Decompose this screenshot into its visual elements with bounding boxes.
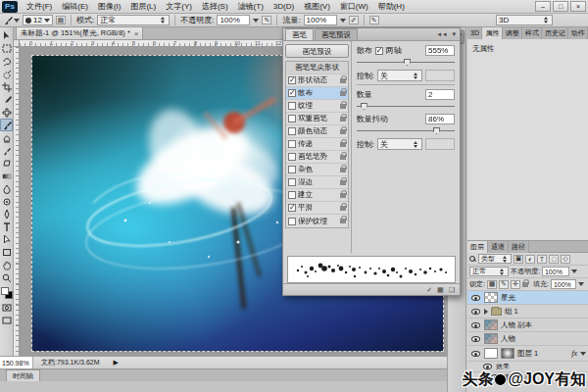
- pressure-opacity-icon[interactable]: ✎: [262, 16, 271, 24]
- timeline-tab[interactable]: 时间轴: [6, 369, 40, 381]
- menu-layer[interactable]: 图层(L): [125, 0, 161, 13]
- brush-option-row[interactable]: 建立: [286, 189, 348, 202]
- brush-presets-button[interactable]: 画笔预设: [285, 44, 349, 58]
- type-tool[interactable]: [0, 220, 13, 233]
- brush-tool-icon[interactable]: [3, 16, 20, 25]
- status-options-arrow[interactable]: ▶: [114, 359, 119, 367]
- layer-row-group1[interactable]: 组 1: [467, 305, 588, 318]
- lock-all-icon[interactable]: [522, 282, 528, 287]
- new-brush-icon[interactable]: ❏: [449, 286, 455, 294]
- eraser-tool[interactable]: [0, 157, 13, 170]
- count-jitter-slider[interactable]: [357, 127, 455, 134]
- eyedropper-tool[interactable]: [0, 93, 13, 106]
- menu-view[interactable]: 视图(V): [299, 0, 335, 13]
- filter-type-icon[interactable]: T: [537, 255, 547, 264]
- scatter-slider[interactable]: [357, 59, 455, 66]
- menu-type[interactable]: 文字(Y): [161, 0, 197, 13]
- menu-image[interactable]: 图像(I): [93, 0, 126, 13]
- brush-option-row[interactable]: 双重画笔: [286, 113, 348, 125]
- brush-option-row[interactable]: 画笔笔势: [286, 151, 348, 164]
- lasso-tool[interactable]: [0, 55, 13, 68]
- crop-tool[interactable]: [0, 80, 13, 93]
- brush-option-row[interactable]: 传递: [286, 138, 348, 151]
- blend-mode-select[interactable]: 正常: [469, 267, 509, 276]
- scatter-value-input[interactable]: 555%: [425, 45, 455, 56]
- opacity-dropdown-arrow[interactable]: [571, 270, 577, 273]
- pressure-size-icon[interactable]: ✎: [369, 16, 379, 24]
- checkbox[interactable]: [288, 204, 296, 212]
- checkbox[interactable]: [288, 218, 296, 225]
- fill-dropdown-arrow[interactable]: [578, 282, 584, 286]
- checkbox[interactable]: [288, 153, 296, 161]
- lock-pixels-icon[interactable]: ✎: [499, 280, 509, 289]
- preview-toggle-icon[interactable]: ✓: [426, 286, 432, 294]
- document-close-icon[interactable]: ×: [134, 29, 139, 38]
- fill-input[interactable]: 100%: [551, 279, 576, 289]
- tab-brush[interactable]: 画笔: [285, 28, 314, 40]
- checkbox[interactable]: [288, 178, 296, 186]
- filter-adjustment-icon[interactable]: ◐: [525, 255, 535, 264]
- menu-3d[interactable]: 3D(D): [269, 0, 299, 13]
- hand-tool[interactable]: [0, 259, 13, 271]
- control-select[interactable]: 关: [377, 70, 422, 81]
- visibility-eye-icon[interactable]: [471, 336, 480, 342]
- control2-select[interactable]: 关: [377, 138, 422, 150]
- quick-selection-tool[interactable]: [0, 68, 13, 80]
- flow-dropdown-arrow[interactable]: [340, 19, 346, 23]
- brush-option-row[interactable]: 纹理: [286, 100, 348, 113]
- layer-row-person[interactable]: 人物: [467, 332, 588, 346]
- flow-input[interactable]: 100%: [304, 15, 337, 25]
- healing-brush-tool[interactable]: [0, 106, 13, 119]
- fx-collapse-arrow[interactable]: [580, 352, 586, 356]
- tab-adjustments[interactable]: 调整: [503, 27, 522, 39]
- visibility-eye-icon[interactable]: [471, 322, 480, 328]
- menu-file[interactable]: 文件(F): [22, 0, 57, 13]
- group-expand-icon[interactable]: [484, 309, 488, 315]
- tab-channels[interactable]: 通道: [488, 241, 509, 253]
- filter-type-select[interactable]: 类型: [478, 254, 512, 264]
- filter-smart-icon[interactable]: ◇: [561, 255, 570, 264]
- document-tab[interactable]: 未标题-1 @ 151%(星光, RGB/8) * ×: [16, 26, 143, 39]
- checkbox[interactable]: [288, 127, 296, 135]
- airbrush-icon[interactable]: ✐: [349, 16, 359, 24]
- menu-edit[interactable]: 编辑(E): [57, 0, 93, 13]
- color-swatches[interactable]: [1, 287, 13, 299]
- texture-protect-icon[interactable]: ▦: [437, 286, 444, 294]
- filter-pixel-icon[interactable]: ▣: [514, 255, 523, 264]
- tab-paths[interactable]: 路径: [509, 241, 529, 253]
- mode-select[interactable]: 正常: [97, 15, 170, 25]
- foreground-color-swatch[interactable]: [1, 287, 9, 295]
- checkbox[interactable]: [288, 89, 296, 97]
- panel-collapse-icon[interactable]: ◂◂ ▾: [438, 30, 459, 38]
- layer-row-starlight[interactable]: 星光: [467, 291, 588, 305]
- marquee-tool[interactable]: [0, 42, 13, 55]
- brush-option-row[interactable]: 颜色动态: [286, 125, 348, 138]
- close-button[interactable]: ×: [570, 1, 586, 12]
- quick-mask-button[interactable]: [0, 301, 13, 314]
- both-axes-checkbox[interactable]: [375, 47, 383, 55]
- tab-3d[interactable]: 3D: [467, 27, 482, 39]
- dodge-tool[interactable]: [0, 195, 13, 208]
- count-slider[interactable]: [357, 103, 455, 110]
- move-tool[interactable]: [0, 29, 13, 42]
- brush-preset-picker[interactable]: 12: [23, 15, 53, 25]
- menu-select[interactable]: 选择(S): [197, 0, 233, 13]
- opacity-dropdown-arrow[interactable]: [253, 19, 259, 23]
- checkbox[interactable]: [288, 76, 296, 84]
- layer-mask-thumbnail[interactable]: [501, 348, 514, 359]
- tab-layers[interactable]: 图层: [467, 241, 488, 253]
- zoom-tool[interactable]: [0, 271, 13, 284]
- brush-tip-shape-item[interactable]: 画笔笔尖形状: [286, 62, 348, 74]
- layer-thumbnail[interactable]: [484, 292, 498, 303]
- tab-history[interactable]: 历史记: [542, 27, 568, 39]
- minimize-button[interactable]: –: [535, 1, 551, 12]
- brush-option-row[interactable]: 湿边: [286, 176, 348, 189]
- menu-help[interactable]: 帮助(H): [373, 0, 410, 13]
- layer-thumbnail[interactable]: [484, 333, 498, 344]
- brush-option-row[interactable]: 形状动态: [286, 74, 348, 87]
- workspace-select[interactable]: 3D: [496, 15, 553, 25]
- brush-option-row[interactable]: 杂色: [286, 164, 348, 176]
- brush-tool[interactable]: [0, 119, 13, 131]
- gradient-tool[interactable]: [0, 170, 13, 182]
- history-brush-tool[interactable]: [0, 144, 13, 157]
